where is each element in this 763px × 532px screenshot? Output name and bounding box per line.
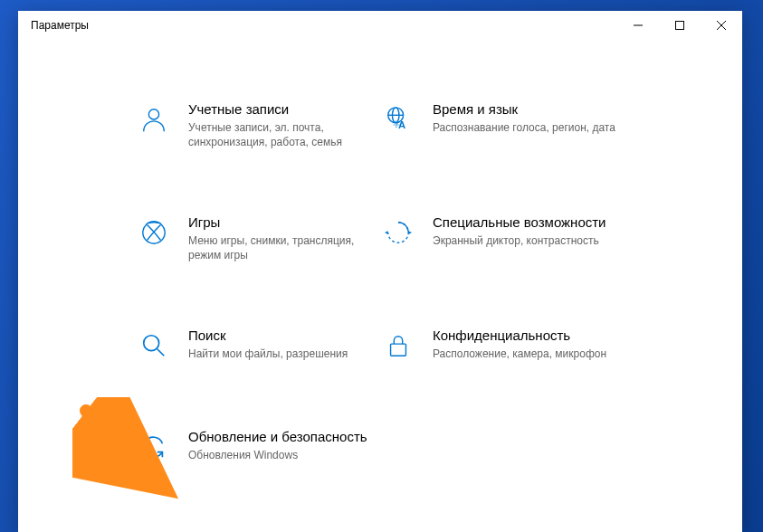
tile-desc: Учетные записи, эл. почта, синхронизация…	[188, 120, 380, 149]
tile-update-security[interactable]: Обновление и безопасность Обновления Win…	[136, 422, 380, 472]
window-controls	[617, 11, 742, 40]
tile-search[interactable]: Поиск Найти мои файлы, разрешения	[136, 320, 380, 371]
svg-rect-15	[391, 344, 406, 356]
svg-text:字: 字	[393, 119, 400, 128]
minimize-button[interactable]	[617, 11, 659, 40]
person-icon	[136, 101, 172, 138]
svg-marker-11	[408, 231, 412, 234]
maximize-button[interactable]	[659, 11, 701, 40]
tile-desc: Экранный диктор, контрастность	[433, 233, 625, 248]
tile-title: Специальные возможности	[433, 214, 625, 232]
tile-title: Обновление и безопасность	[188, 429, 380, 446]
svg-line-14	[157, 349, 165, 356]
tile-desc: Обновления Windows	[188, 448, 380, 462]
tile-desc: Найти мои файлы, разрешения	[188, 347, 380, 361]
tile-time-language[interactable]: A 字 Время и язык Распознавание голоса, р…	[380, 94, 625, 157]
settings-window: Параметры Учетны	[18, 11, 742, 532]
accessibility-icon	[380, 214, 416, 251]
lock-icon	[380, 328, 416, 364]
titlebar: Параметры	[18, 11, 742, 40]
tile-title: Учетные записи	[188, 101, 380, 119]
tile-title: Поиск	[188, 328, 380, 345]
search-icon	[136, 328, 172, 364]
tile-accounts[interactable]: Учетные записи Учетные записи, эл. почта…	[136, 94, 380, 157]
tile-privacy[interactable]: Конфиденциальность Расположение, камера,…	[380, 320, 625, 371]
xbox-icon	[136, 214, 172, 251]
svg-marker-12	[385, 231, 388, 234]
tile-desc: Распознавание голоса, регион, дата	[433, 120, 625, 135]
svg-rect-1	[676, 22, 684, 30]
tile-gaming[interactable]: Игры Меню игры, снимки, трансляция, режи…	[136, 207, 380, 270]
window-title: Параметры	[31, 19, 89, 32]
tile-desc: Расположение, камера, микрофон	[433, 347, 625, 361]
svg-point-4	[148, 109, 158, 119]
tile-title: Время и язык	[433, 101, 625, 119]
svg-point-13	[144, 336, 159, 351]
globe-language-icon: A 字	[380, 101, 416, 138]
tile-desc: Меню игры, снимки, трансляция, режим игр…	[188, 233, 380, 262]
close-button[interactable]	[701, 11, 742, 40]
tile-title: Игры	[188, 214, 380, 232]
tile-ease-of-access[interactable]: Специальные возможности Экранный диктор,…	[380, 207, 625, 270]
sync-icon	[136, 429, 172, 465]
tile-title: Конфиденциальность	[433, 328, 625, 345]
settings-grid: Учетные записи Учетные записи, эл. почта…	[18, 40, 742, 532]
